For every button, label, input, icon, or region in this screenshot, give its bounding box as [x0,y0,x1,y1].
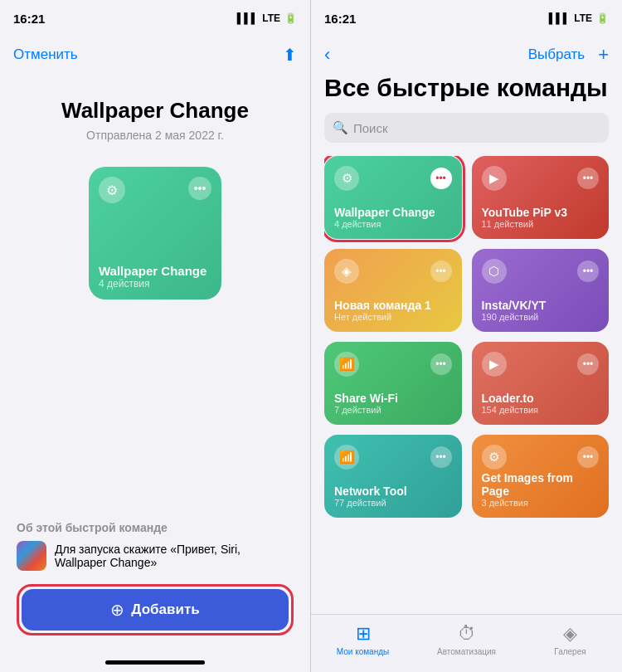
choose-button[interactable]: Выбрать [528,46,585,63]
shortcut-card-1[interactable]: ▶ ••• YouTube PiP v3 11 действий [472,156,610,239]
shortcut-card-left[interactable]: ⚙ ••• Wallpaper Change 4 действия [89,167,221,299]
card-more-5[interactable]: ••• [577,353,599,375]
status-icons-right: ▌▌▌ LTE 🔋 [549,12,609,24]
tab-gallery[interactable]: ◈ Галерея [518,623,622,656]
card-bottom-0: Wallpaper Change 4 действия [334,206,452,229]
card-actions-2: Нет действий [334,312,452,322]
card-name-1: YouTube PiP v3 [482,206,600,219]
card-label-left: Wallpaper Change [99,264,211,278]
battery-icon-right: 🔋 [596,12,609,24]
battery-icon-left: 🔋 [284,12,297,24]
status-bar-left: 16:21 ▌▌▌ LTE 🔋 [0,0,310,37]
card-actions-1: 11 действий [482,219,600,229]
shortcut-card-5[interactable]: ▶ ••• Loader.to 154 действия [472,342,610,425]
about-section: Об этой быстрой команде Для запуска скаж… [17,521,294,571]
search-placeholder: Поиск [353,121,388,135]
right-panel: 16:21 ▌▌▌ LTE 🔋 ‹ Выбрать + Все быстрые … [311,0,622,672]
my-shortcuts-icon: ⊞ [356,623,371,645]
card-info-left: Wallpaper Change 4 действия [99,264,211,290]
shortcut-card-7[interactable]: ⚙ ••• Get Images from Page 3 действия [472,435,610,518]
search-bar[interactable]: 🔍 Поиск [324,113,609,143]
card-name-5: Loader.to [482,392,600,405]
plus-icon: ⊕ [110,600,124,620]
card-name-6: Network Tool [334,485,452,498]
tab-automation[interactable]: ⏱ Автоматизация [415,623,518,656]
card-more-3[interactable]: ••• [577,261,599,282]
card-icon-7: ⚙ [482,445,507,470]
card-icon-3: ⬡ [482,259,507,284]
back-icon[interactable]: ‹ [324,44,330,66]
card-bottom-1: YouTube PiP v3 11 действий [482,206,600,229]
card-bottom-2: Новая команда 1 Нет действий [334,299,452,322]
add-button-label: Добавить [131,601,199,618]
card-top-row-3: ⬡ ••• [482,259,600,284]
status-time-left: 16:21 [13,12,45,26]
shortcut-card-6[interactable]: 📶 ••• Network Tool 77 действий [324,435,462,518]
card-actions-4: 7 действий [334,405,452,415]
card-more-0[interactable]: ••• [430,168,452,189]
more-icon-left[interactable]: ••• [188,177,211,200]
add-button-wrapper: ⊕ Добавить [17,584,294,635]
card-actions-7: 3 действия [482,498,600,508]
card-icon-0: ⚙ [334,166,359,191]
card-actions-6: 77 действий [334,498,452,508]
card-actions-3: 190 действий [482,312,600,322]
shortcut-card-4[interactable]: 📶 ••• Share Wi-Fi 7 действий [324,342,462,425]
card-name-7: Get Images from Page [482,471,600,498]
card-icon-6: 📶 [334,445,359,470]
home-indicator-left [0,652,310,672]
card-name-2: Новая команда 1 [334,299,452,312]
page-title: Все быстрые команды [324,73,609,103]
add-nav-icon[interactable]: + [598,44,609,66]
card-more-2[interactable]: ••• [430,261,452,282]
about-row: Для запуска скажите «Привет, Siri, Wallp… [17,541,294,571]
tab-my-shortcuts[interactable]: ⊞ Мои команды [311,623,415,656]
bottom-tab-bar: ⊞ Мои команды ⏱ Автоматизация ◈ Галерея [311,614,622,672]
shortcut-card-2[interactable]: ◈ ••• Новая команда 1 Нет действий [324,249,462,332]
gallery-icon: ◈ [563,623,577,645]
card-top-row-2: ◈ ••• [334,259,452,284]
card-icon-4: 📶 [334,352,359,377]
status-icons-left: ▌▌▌ LTE 🔋 [237,12,297,24]
card-bottom-6: Network Tool 77 действий [334,485,452,508]
card-actions-0: 4 действия [334,219,452,229]
right-content: Все быстрые команды 🔍 Поиск ⚙ ••• Wallpa… [311,73,622,614]
about-text: Для запуска скажите «Привет, Siri, Wallp… [55,543,294,569]
signal-icon-left: ▌▌▌ [237,12,259,24]
lte-label-right: LTE [574,12,592,24]
automation-label: Автоматизация [437,647,496,656]
card-name-0: Wallpaper Change [334,206,452,219]
card-top-row-0: ⚙ ••• [334,166,452,191]
siri-icon [17,541,46,571]
card-actions-left: 4 действия [99,278,211,290]
card-more-7[interactable]: ••• [577,446,599,468]
left-panel: 16:21 ▌▌▌ LTE 🔋 Отменить ⬆ Wallpaper Cha… [0,0,311,672]
card-more-1[interactable]: ••• [577,168,599,189]
nav-bar-left: Отменить ⬆ [0,37,310,73]
gallery-label: Галерея [554,647,586,656]
shortcut-card-0[interactable]: ⚙ ••• Wallpaper Change 4 действия [324,156,462,239]
share-icon[interactable]: ⬆ [283,45,297,65]
card-bottom-4: Share Wi-Fi 7 действий [334,392,452,415]
card-top-row-5: ▶ ••• [482,352,600,377]
card-icon-2: ◈ [334,259,359,284]
shortcut-card-3[interactable]: ⬡ ••• Insta/VK/YT 190 действий [472,249,610,332]
gear-icon-left: ⚙ [99,177,125,203]
card-bottom-5: Loader.to 154 действия [482,392,600,415]
add-button[interactable]: ⊕ Добавить [22,589,289,631]
card-actions-5: 154 действия [482,405,600,415]
shortcuts-grid: ⚙ ••• Wallpaper Change 4 действия ▶ ••• … [324,156,609,518]
add-button-border: ⊕ Добавить [17,584,294,635]
card-more-6[interactable]: ••• [430,446,452,468]
automation-icon: ⏱ [458,623,476,645]
status-bar-right: 16:21 ▌▌▌ LTE 🔋 [311,0,622,37]
left-content: Wallpaper Change Отправлена 2 мая 2022 г… [0,73,310,652]
shortcut-date: Отправлена 2 мая 2022 г. [86,129,224,142]
cancel-button[interactable]: Отменить [13,46,78,63]
card-top-row-4: 📶 ••• [334,352,452,377]
card-bottom-7: Get Images from Page 3 действия [482,471,600,508]
card-top-row-1: ▶ ••• [482,166,600,191]
card-more-4[interactable]: ••• [430,353,452,375]
card-name-4: Share Wi-Fi [334,392,452,405]
status-time-right: 16:21 [324,12,356,26]
